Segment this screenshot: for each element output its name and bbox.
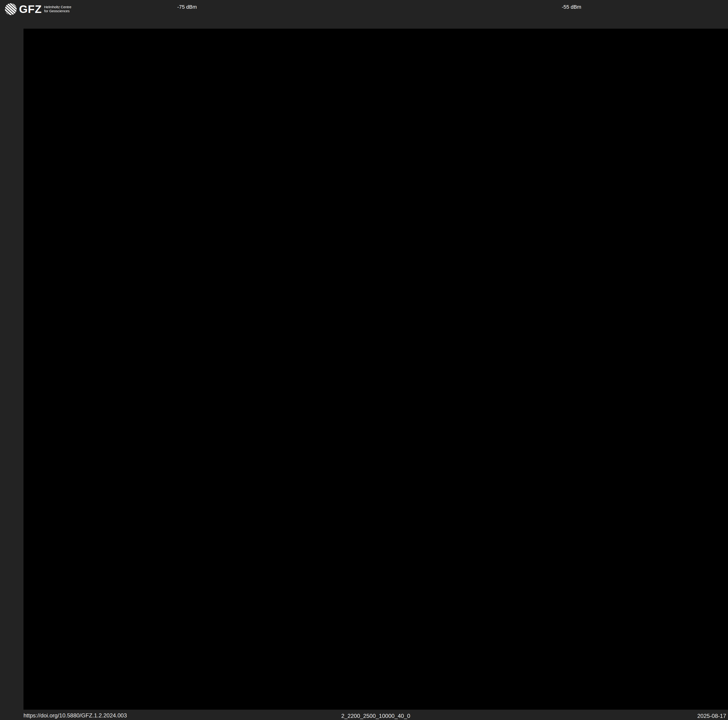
colorbar-gradient	[200, 5, 551, 9]
date-label: 2025-08-17	[679, 713, 726, 719]
gfz-logo: GFZ Helmholtz Centre for Geosciences	[5, 3, 71, 15]
gfz-globe-icon	[5, 3, 17, 15]
doi-link[interactable]: https://doi.org/10.5880/GFZ.1.2.2024.003	[23, 712, 127, 719]
logo-tagline-line1: Helmholtz Centre	[44, 5, 71, 9]
logo-wordmark: GFZ	[19, 3, 42, 15]
colorbar-max-label: -55 dBm	[562, 4, 581, 10]
spectrogram-page: GFZ Helmholtz Centre for Geosciences -75…	[0, 0, 728, 720]
spectrogram-canvas	[23, 29, 728, 710]
logo-tagline-line2: for Geosciences	[44, 9, 71, 13]
dataset-id-label: 2_2200_2500_10000_40_0	[341, 713, 410, 719]
logo-tagline: Helmholtz Centre for Geosciences	[44, 5, 71, 13]
colorbar-min-label: -75 dBm	[150, 4, 197, 10]
spectrogram-plot	[23, 29, 728, 710]
